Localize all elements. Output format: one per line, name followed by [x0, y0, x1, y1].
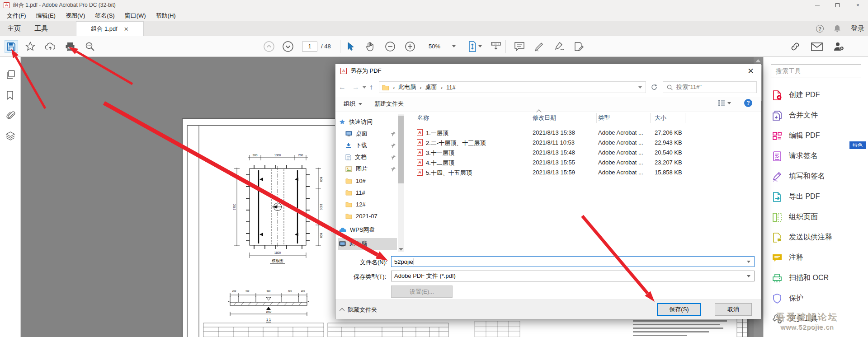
nav-item-桌面[interactable]: 桌面 [338, 128, 397, 140]
menu-item-1[interactable]: 编辑(E) [31, 10, 61, 21]
tool-item-保护[interactable]: 保护 [764, 288, 868, 309]
nav-item-快速访问[interactable]: 快速访问 [338, 116, 397, 128]
tool-item-创建 PDF[interactable]: 创建 PDF [764, 85, 868, 105]
file-row[interactable]: A4.十二层顶2021/8/13 15:55Adobe Acrobat ...2… [407, 158, 757, 168]
sign-tool-icon[interactable] [552, 40, 566, 53]
breadcrumb-segment[interactable]: 桌面 [425, 83, 437, 91]
tool-item-合并文件[interactable]: 合并文件 [764, 105, 868, 126]
close-button[interactable]: × [848, 0, 868, 10]
tool-item-填写和签名[interactable]: 填写和签名 [764, 166, 868, 187]
tool-item-更多工具[interactable]: 更多工具 [764, 309, 868, 329]
dialog-search-box[interactable]: 搜索"11#" [663, 81, 757, 93]
zoom-in-icon[interactable] [403, 40, 417, 53]
hide-folders-toggle[interactable]: 隐藏文件夹 [341, 306, 377, 314]
email-icon[interactable] [810, 40, 824, 53]
filename-input[interactable]: 52pojie [391, 256, 755, 267]
menu-item-5[interactable]: 帮助(H) [151, 10, 181, 21]
nav-item-10#[interactable]: 10# [338, 175, 397, 187]
nav-item-11#[interactable]: 11# [338, 187, 397, 198]
nav-scrollbar-thumb[interactable] [398, 116, 404, 183]
column-header-date[interactable]: 修改日期 [533, 114, 556, 122]
organize-button[interactable]: 组织 [344, 100, 362, 108]
column-header-type[interactable]: 类型 [598, 114, 610, 122]
help-icon[interactable]: ? [816, 25, 824, 33]
page-thumbnails-icon[interactable] [5, 70, 15, 80]
maximize-button[interactable] [827, 0, 848, 10]
zoom-chevron-icon[interactable] [452, 45, 456, 47]
column-header-size[interactable]: 大小 [655, 114, 666, 122]
nav-item-文档[interactable]: 文档 [338, 151, 397, 163]
tool-item-注释[interactable]: 注释 [764, 248, 868, 268]
tool-item-导出 PDF[interactable]: 导出 PDF [764, 187, 868, 207]
menu-item-4[interactable]: 窗口(W) [120, 10, 151, 21]
breadcrumb-segment[interactable]: 11# [446, 84, 456, 91]
share-link-icon[interactable] [788, 40, 802, 53]
scroll-up-icon[interactable] [755, 59, 761, 62]
nav-item-2021-07[interactable]: 2021-07 [338, 210, 397, 222]
view-mode-button[interactable] [718, 100, 731, 106]
tab-tools[interactable]: 工具 [30, 21, 52, 36]
tool-item-组织页面[interactable]: 组织页面 [764, 207, 868, 227]
star-icon[interactable] [24, 40, 37, 53]
tab-close-icon[interactable]: ✕ [124, 26, 129, 33]
tools-search-input[interactable]: 搜索工具 [771, 64, 861, 78]
share-people-icon[interactable] [832, 40, 845, 53]
address-chevron-icon[interactable] [638, 86, 642, 89]
tool-item-扫描和 OCR[interactable]: 扫描和 OCR [764, 268, 868, 288]
back-arrow-icon[interactable]: ← [335, 83, 349, 91]
tab-document[interactable]: 组合 1.pdf ✕ [76, 21, 144, 36]
nav-pane-scrollbar[interactable] [398, 114, 404, 252]
filename-combo-chevron-icon[interactable] [747, 261, 750, 263]
print-icon[interactable] [63, 40, 77, 53]
bell-icon[interactable] [834, 25, 841, 33]
share-cloud-icon[interactable] [43, 40, 57, 53]
next-page-icon[interactable] [281, 40, 295, 53]
up-arrow-icon[interactable]: ↑ [366, 83, 376, 91]
tool-item-请求签名[interactable]: 请求签名特色 [764, 146, 868, 166]
bookmarks-icon[interactable] [5, 90, 15, 100]
tool-item-发送以供注释[interactable]: 发送以供注释 [764, 227, 868, 248]
menu-item-2[interactable]: 视图(V) [61, 10, 90, 21]
nav-item-下载[interactable]: 下载 [338, 140, 397, 151]
dialog-close-button[interactable]: ✕ [741, 64, 761, 78]
previous-page-icon[interactable] [262, 40, 276, 53]
column-header-name[interactable]: 名称 [417, 114, 429, 122]
nav-scroll-down-icon[interactable] [399, 248, 403, 251]
dialog-help-icon[interactable]: ? [744, 99, 752, 107]
save-button[interactable]: 保存(S) [657, 303, 701, 316]
hand-tool-icon[interactable] [363, 40, 377, 53]
breadcrumb-segment[interactable]: 此电脑 [398, 83, 416, 91]
comment-tool-icon[interactable] [513, 40, 526, 53]
nav-item-图片[interactable]: 图片 [338, 163, 397, 175]
login-link[interactable]: 登录 [851, 24, 864, 33]
cancel-button[interactable]: 取消 [715, 303, 752, 316]
menu-item-0[interactable]: 文件(F) [2, 10, 31, 21]
search-icon[interactable] [83, 40, 97, 53]
file-row[interactable]: A5.十四、十五层顶2021/8/13 15:59Adobe Acrobat .… [407, 168, 757, 178]
file-row[interactable]: A2.二-十层顶、十三层顶2021/8/11 10:53Adobe Acroba… [407, 138, 757, 148]
highlight-tool-icon[interactable] [533, 40, 546, 53]
nav-item-12#[interactable]: 12# [338, 198, 397, 210]
nav-item-此电脑[interactable]: 此电脑 [338, 238, 397, 250]
fit-page-icon[interactable] [466, 40, 479, 53]
file-row[interactable]: A1.一层顶2021/8/13 15:38Adobe Acrobat ...27… [407, 128, 757, 138]
address-bar[interactable]: ›此电脑›桌面›11# [379, 81, 646, 93]
filetype-select[interactable]: Adobe PDF 文件 (*.pdf) [391, 271, 755, 281]
select-tool-icon[interactable] [344, 40, 358, 53]
layers-icon[interactable] [5, 131, 15, 141]
zoom-level-dropdown[interactable]: 50% [429, 43, 440, 50]
zoom-out-icon[interactable] [383, 40, 397, 53]
history-chevron-icon[interactable] [363, 86, 366, 89]
attachments-icon[interactable] [5, 111, 15, 121]
scrolling-mode-icon[interactable] [489, 40, 503, 53]
fit-page-chevron-icon[interactable] [478, 45, 482, 47]
file-row[interactable]: A3.十一层顶2021/8/13 15:48Adobe Acrobat ...2… [407, 148, 757, 158]
new-folder-button[interactable]: 新建文件夹 [374, 100, 404, 108]
nav-item-WPS网盘[interactable]: WPS网盘 [338, 224, 397, 236]
save-icon[interactable] [5, 40, 18, 53]
refresh-icon[interactable] [648, 81, 660, 93]
page-number-input[interactable]: 1 [302, 42, 317, 51]
forward-arrow-icon[interactable]: → [349, 83, 363, 91]
menu-item-3[interactable]: 签名(S) [90, 10, 119, 21]
tab-home[interactable]: 主页 [3, 21, 25, 36]
